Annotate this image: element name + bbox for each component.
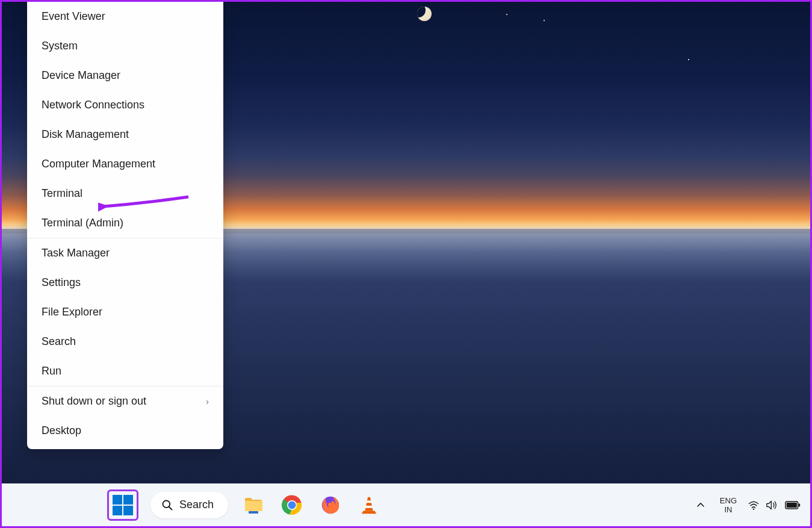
search-icon xyxy=(161,499,173,511)
menu-item-shutdown[interactable]: Shut down or sign out› xyxy=(27,387,223,416)
star-graphic xyxy=(688,59,689,60)
menu-item-terminal-admin[interactable]: Terminal (Admin) xyxy=(27,208,223,238)
chrome-icon xyxy=(281,494,303,516)
taskbar-vlc[interactable] xyxy=(356,492,382,518)
menu-item-label: Event Viewer xyxy=(42,10,105,23)
moon-graphic xyxy=(417,7,432,21)
chevron-right-icon: › xyxy=(206,397,209,406)
battery-icon xyxy=(785,500,801,511)
menu-item-search[interactable]: Search xyxy=(27,327,223,356)
star-graphic xyxy=(506,14,507,15)
start-button[interactable] xyxy=(107,489,138,521)
menu-item-file-explorer[interactable]: File Explorer xyxy=(27,297,223,327)
menu-item-device-manager[interactable]: Device Manager xyxy=(27,61,223,90)
svg-rect-7 xyxy=(366,500,371,503)
menu-item-label: Search xyxy=(42,335,76,348)
taskbar-firefox[interactable] xyxy=(317,492,344,518)
menu-item-terminal[interactable]: Terminal xyxy=(27,179,223,208)
svg-point-5 xyxy=(288,501,296,509)
menu-item-label: Shut down or sign out xyxy=(42,395,146,408)
svg-line-1 xyxy=(169,506,172,509)
tray-overflow-button[interactable] xyxy=(692,492,709,518)
volume-icon xyxy=(766,499,779,511)
language-bottom: IN xyxy=(720,505,737,514)
chevron-up-icon xyxy=(696,500,705,510)
menu-item-network-connections[interactable]: Network Connections xyxy=(27,90,223,120)
menu-item-label: Device Manager xyxy=(42,69,120,82)
language-top: ENG xyxy=(720,496,737,505)
windows-logo-icon xyxy=(113,495,133,515)
menu-item-event-viewer[interactable]: Event Viewer xyxy=(27,2,223,31)
menu-item-system[interactable]: System xyxy=(27,31,223,61)
winx-context-menu: Event ViewerSystemDevice ManagerNetwork … xyxy=(27,2,223,449)
svg-rect-11 xyxy=(787,502,797,508)
system-tray[interactable] xyxy=(748,499,801,511)
menu-item-label: File Explorer xyxy=(42,306,102,318)
menu-item-desktop[interactable]: Desktop xyxy=(27,416,223,446)
taskbar-chrome[interactable] xyxy=(279,492,305,518)
taskbar-search[interactable]: Search xyxy=(150,492,228,518)
menu-item-task-manager[interactable]: Task Manager xyxy=(27,238,223,268)
menu-item-label: Settings xyxy=(42,276,81,289)
folder-icon xyxy=(243,494,264,516)
menu-item-label: Computer Management xyxy=(42,158,155,170)
menu-item-label: System xyxy=(42,40,78,52)
star-graphic xyxy=(544,20,545,21)
svg-point-9 xyxy=(753,508,754,509)
svg-rect-2 xyxy=(249,511,258,514)
menu-item-disk-management[interactable]: Disk Management xyxy=(27,120,223,149)
taskbar: Search xyxy=(2,483,810,526)
svg-rect-8 xyxy=(365,505,373,508)
menu-item-label: Terminal (Admin) xyxy=(42,217,123,229)
menu-item-label: Task Manager xyxy=(42,247,110,259)
menu-item-label: Desktop xyxy=(42,424,81,437)
menu-item-run[interactable]: Run xyxy=(27,356,223,386)
menu-item-label: Run xyxy=(42,365,61,377)
wifi-icon xyxy=(748,499,760,511)
svg-rect-12 xyxy=(799,503,801,506)
language-indicator[interactable]: ENG IN xyxy=(720,496,737,514)
firefox-icon xyxy=(320,495,341,515)
taskbar-file-explorer[interactable] xyxy=(240,492,267,518)
menu-item-label: Terminal xyxy=(42,187,82,200)
menu-item-label: Disk Management xyxy=(42,128,129,141)
menu-item-computer-management[interactable]: Computer Management xyxy=(27,149,223,179)
search-label: Search xyxy=(179,498,214,511)
menu-item-label: Network Connections xyxy=(42,99,144,111)
vlc-cone-icon xyxy=(359,495,379,515)
menu-item-settings[interactable]: Settings xyxy=(27,268,223,297)
